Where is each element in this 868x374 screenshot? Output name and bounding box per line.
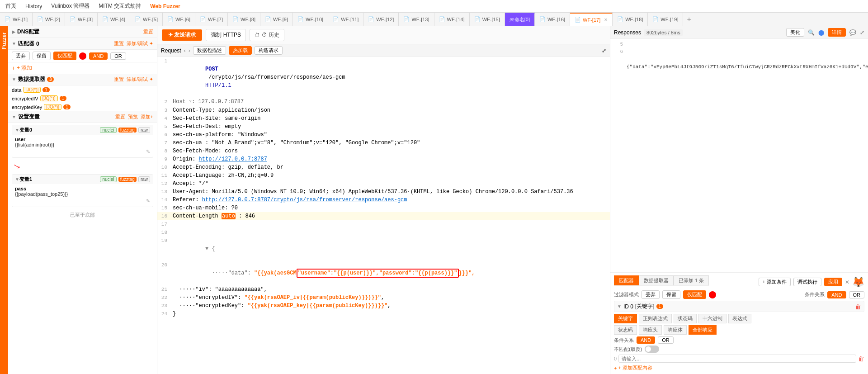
dns-reset-btn[interactable]: 重置 bbox=[143, 28, 153, 35]
config-tab-extractor[interactable]: 数据提取器 bbox=[639, 275, 674, 285]
prev-btn[interactable]: ‹ bbox=[184, 47, 186, 54]
var1-raw-tag[interactable]: raw bbox=[138, 176, 150, 182]
tab-unnamed0[interactable]: 未命名[0] bbox=[505, 13, 535, 26]
variables-add-btn[interactable]: 添加+ bbox=[141, 114, 153, 120]
match-pos-all[interactable]: 全部响应 bbox=[689, 325, 717, 335]
id-expand-icon[interactable]: ▼ bbox=[617, 304, 622, 309]
code-area[interactable]: 1 POST /crypto/js/rsa/fromserver/respons… bbox=[157, 57, 610, 374]
matcher-add-btn[interactable]: 添加/调试 ✦ bbox=[127, 40, 153, 47]
nav-history[interactable]: History bbox=[24, 2, 44, 10]
not-match-toggle[interactable] bbox=[645, 346, 659, 353]
tab-add-button[interactable]: + bbox=[683, 15, 694, 24]
id-delete-btn[interactable]: 🗑 bbox=[855, 303, 861, 310]
filter-keep-btn[interactable]: 保留 bbox=[662, 290, 680, 299]
variables-preview-btn[interactable]: 预览 bbox=[128, 114, 138, 120]
apply-btn[interactable]: 应用 bbox=[824, 278, 842, 286]
var1-expand-icon[interactable]: ▼ bbox=[15, 177, 19, 182]
beautify-btn[interactable]: 美化 bbox=[786, 28, 804, 37]
match-type-status[interactable]: 状态码 bbox=[674, 314, 697, 323]
var1-fuzztag-tag[interactable]: fuzztag bbox=[118, 177, 137, 182]
tab-wf14[interactable]: 📄 WF-[14] bbox=[434, 13, 470, 26]
history-btn[interactable]: ⏱ ⏱ 历史 bbox=[250, 29, 284, 41]
matcher-or-btn[interactable]: OR bbox=[110, 52, 126, 60]
next-btn[interactable]: › bbox=[189, 47, 190, 54]
cond-or-btn[interactable]: OR bbox=[658, 336, 674, 344]
match-pos-body[interactable]: 响应体 bbox=[664, 325, 687, 335]
matcher-keep-btn[interactable]: 保留 bbox=[33, 52, 51, 60]
tab-wf7[interactable]: 📄 WF-[7] bbox=[195, 13, 228, 26]
send-request-btn[interactable]: ✈ 发送请求 bbox=[162, 29, 202, 41]
matcher-expand-icon[interactable]: ▼ bbox=[12, 41, 16, 46]
matcher-red-circle[interactable] bbox=[79, 52, 86, 60]
var1-edit-icon[interactable]: ✎ bbox=[146, 198, 150, 204]
nav-vulinbox[interactable]: Vulinbox 管理器 bbox=[49, 1, 91, 11]
tab-wf4[interactable]: 📄 WF-[4] bbox=[98, 13, 130, 26]
filter-only-match-btn[interactable]: 仅匹配 bbox=[683, 290, 706, 299]
matcher-add-item[interactable]: + + 添加 bbox=[8, 62, 157, 74]
nav-webfuzzer[interactable]: Web Fuzzer bbox=[148, 2, 182, 10]
match-type-regex[interactable]: 正则表达式 bbox=[639, 314, 672, 323]
tab-wf9[interactable]: 📄 WF-[9] bbox=[260, 13, 293, 26]
expand-icon[interactable]: ⤢ bbox=[602, 47, 606, 54]
tab-wf10[interactable]: 📄 WF-[10] bbox=[293, 13, 328, 26]
tab-wf2[interactable]: 📄 WF-[2] bbox=[33, 13, 65, 26]
var0-fuzztag-tag[interactable]: fuzztag bbox=[118, 128, 137, 133]
match-type-keyword[interactable]: 关键字 bbox=[614, 314, 637, 323]
tab-wf17[interactable]: 📄 WF-[17] ✕ bbox=[570, 13, 613, 26]
var1-nuclei-tag[interactable]: nuclei bbox=[100, 176, 116, 182]
nav-home[interactable]: 首页 bbox=[4, 1, 18, 11]
tab-wf18[interactable]: 📄 WF-[18] bbox=[613, 13, 648, 26]
var0-expand-icon[interactable]: ▼ bbox=[15, 128, 19, 133]
var0-edit-icon[interactable]: ✎ bbox=[146, 149, 150, 154]
tab-wf11[interactable]: 📄 WF-[11] bbox=[328, 13, 363, 26]
matcher-reset-btn[interactable]: 重置 bbox=[114, 40, 124, 47]
match-delete-btn[interactable]: 🗑 bbox=[858, 355, 864, 362]
construct-btn[interactable]: 构造请求 bbox=[255, 46, 283, 55]
match-input[interactable] bbox=[618, 355, 856, 363]
condition-or-btn[interactable]: OR bbox=[849, 291, 865, 298]
matcher-discard-btn[interactable]: 丢弃 bbox=[12, 52, 30, 60]
tab-wf6[interactable]: 📄 WF-[6] bbox=[163, 13, 195, 26]
tab-wf1[interactable]: 📄 WF-[1] bbox=[0, 13, 33, 26]
var0-nuclei-tag[interactable]: nuclei bbox=[100, 127, 116, 133]
nav-mitm[interactable]: MITM 交互式劫持 bbox=[97, 1, 143, 11]
search-icon[interactable]: 🔍 bbox=[808, 29, 815, 36]
json-collapse-19[interactable]: ▼ { bbox=[205, 246, 215, 252]
add-condition-btn[interactable]: + 添加条件 bbox=[759, 278, 791, 286]
close-config-btn[interactable]: ✕ bbox=[845, 279, 849, 285]
tab-wf12[interactable]: 📄 WF-[12] bbox=[363, 13, 399, 26]
tab-wf13[interactable]: 📄 WF-[13] bbox=[399, 13, 434, 26]
debug-btn[interactable]: 调试执行 bbox=[793, 278, 821, 286]
config-tab-added[interactable]: 已添加 1 条 bbox=[674, 275, 709, 285]
config-tab-matcher[interactable]: 匹配器 bbox=[614, 275, 639, 285]
force-https-btn[interactable]: 强制 HTTPS bbox=[206, 29, 246, 41]
match-type-expr[interactable]: 表达式 bbox=[728, 314, 751, 323]
tab-wf3[interactable]: 📄 WF-[3] bbox=[65, 13, 98, 26]
tab-wf15[interactable]: 📄 WF-[15] bbox=[470, 13, 505, 26]
tab-wf16[interactable]: 📄 WF-[16] bbox=[535, 13, 570, 26]
tab-wf5[interactable]: 📄 WF-[5] bbox=[130, 13, 163, 26]
tab-wf17-close[interactable]: ✕ bbox=[604, 17, 608, 22]
filter-discard-btn[interactable]: 丢弃 bbox=[642, 290, 660, 299]
expand-response-icon[interactable]: ⤢ bbox=[860, 29, 864, 36]
dns-section-header[interactable]: ▶ DNS配置 重置 bbox=[8, 26, 157, 38]
match-type-hex[interactable]: 十六进制 bbox=[698, 314, 726, 323]
condition-and-btn[interactable]: AND bbox=[827, 291, 846, 298]
filter-red-circle[interactable] bbox=[709, 291, 716, 298]
matcher-and-btn[interactable]: AND bbox=[89, 52, 108, 60]
var0-raw-tag[interactable]: raw bbox=[138, 127, 150, 133]
matcher-only-match-btn[interactable]: 仅匹配 bbox=[53, 52, 76, 60]
comment-icon[interactable]: 💬 bbox=[849, 29, 856, 36]
data-packet-btn[interactable]: 数据包描述 bbox=[193, 46, 226, 55]
extractor-add-btn[interactable]: 添加/调试 ✦ bbox=[127, 76, 153, 83]
variables-expand-icon[interactable]: ▼ bbox=[12, 114, 16, 119]
hot-load-btn[interactable]: 热加载 bbox=[229, 46, 252, 55]
extractor-reset-btn[interactable]: 重置 bbox=[114, 76, 124, 83]
add-match-content-btn[interactable]: + + 添加匹配内容 bbox=[614, 365, 864, 371]
detail-btn[interactable]: 详情 bbox=[828, 28, 846, 37]
chrome-icon[interactable]: ⬤ bbox=[818, 29, 824, 36]
match-pos-status[interactable]: 状态码 bbox=[614, 325, 637, 335]
extractor-expand-icon[interactable]: ▼ bbox=[12, 77, 16, 82]
cond-and-btn[interactable]: AND bbox=[637, 336, 655, 344]
variables-reset-btn[interactable]: 重置 bbox=[115, 114, 125, 120]
